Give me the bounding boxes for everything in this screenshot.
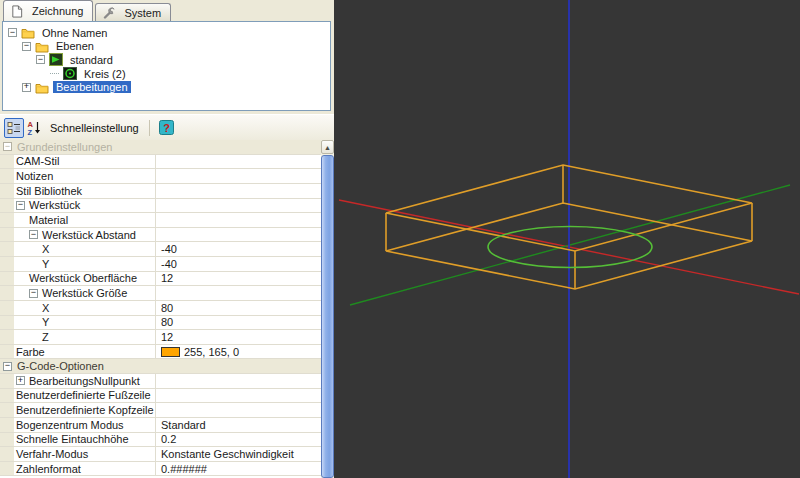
property-row-kopfzeile[interactable]: Benutzerdefinierte Kopfzeile	[0, 403, 321, 418]
collapse-icon[interactable]	[16, 201, 25, 210]
property-row-werkstueck[interactable]: Werkstück	[0, 199, 321, 214]
expand-icon[interactable]	[16, 376, 25, 385]
property-name-cell[interactable]: X	[0, 242, 156, 257]
tab-system[interactable]: System	[95, 3, 171, 21]
collapse-icon[interactable]	[8, 28, 17, 37]
property-row-werkstueck-groesse[interactable]: Werkstück Größe	[0, 286, 321, 301]
property-row-abstand-y[interactable]: Y -40	[0, 257, 321, 272]
scroll-up-icon[interactable]: ▲	[321, 140, 334, 154]
property-row-abstand-x[interactable]: X -40	[0, 242, 321, 257]
property-row-farbe[interactable]: Farbe 255, 165, 0	[0, 345, 321, 360]
quick-settings-label[interactable]: Schnelleinstellung	[50, 122, 139, 134]
property-value-cell[interactable]: 255, 165, 0	[156, 345, 321, 360]
property-name-cell[interactable]: BearbeitungsNullpunkt	[0, 374, 156, 389]
property-row-bearbeitungsnullpunkt[interactable]: BearbeitungsNullpunkt	[0, 374, 321, 389]
property-name-cell[interactable]: Notizen	[0, 169, 156, 184]
property-value-cell[interactable]: -40	[156, 257, 321, 272]
category-row-grundeinstellungen[interactable]: Grundeinstellungen	[0, 140, 321, 155]
property-name-cell[interactable]: Werkstück Oberfläche	[0, 272, 156, 287]
property-value-cell[interactable]	[156, 169, 321, 184]
property-name-cell[interactable]: Stil Bibliothek	[0, 184, 156, 199]
property-name-cell[interactable]: Bogenzentrum Modus	[0, 418, 156, 433]
property-name-cell[interactable]: Werkstück Größe	[0, 286, 156, 301]
property-name-cell[interactable]: Schnelle Eintauchhöhe	[0, 433, 156, 448]
property-row-groesse-z[interactable]: Z 12	[0, 330, 321, 345]
tree-item-label: standard	[67, 54, 116, 66]
collapse-icon[interactable]	[36, 55, 45, 64]
circle-icon	[63, 67, 77, 80]
property-value-cell[interactable]: 0.######	[156, 462, 321, 477]
scrollbar-thumb[interactable]	[321, 155, 334, 478]
property-value-cell[interactable]	[156, 286, 321, 301]
property-value-cell[interactable]	[156, 374, 321, 389]
property-row-stil-bibliothek[interactable]: Stil Bibliothek	[0, 184, 321, 199]
property-name-cell[interactable]: CAM-Stil	[0, 155, 156, 170]
property-row-cam-stil[interactable]: CAM-Stil	[0, 155, 321, 170]
property-row-groesse-y[interactable]: Y 80	[0, 316, 321, 331]
property-name-cell[interactable]: Verfahr-Modus	[0, 447, 156, 462]
categorized-view-icon	[7, 121, 21, 135]
tree-item-kreis[interactable]: Kreis (2)	[3, 67, 330, 81]
color-swatch	[161, 347, 180, 357]
categorized-view-button[interactable]	[4, 118, 24, 138]
collapse-icon[interactable]	[22, 42, 31, 51]
tab-zeichnung[interactable]: Zeichnung	[3, 0, 93, 21]
property-name-cell[interactable]: Farbe	[0, 345, 156, 360]
tree-item-ohne-namen[interactable]: Ohne Namen	[3, 26, 330, 40]
property-row-verfahr-modus[interactable]: Verfahr-Modus Konstante Geschwindigkeit	[0, 447, 321, 462]
property-name-cell[interactable]: X	[0, 301, 156, 316]
property-row-groesse-x[interactable]: X 80	[0, 301, 321, 316]
folder-icon	[35, 40, 49, 53]
property-value-cell[interactable]	[156, 155, 321, 170]
property-value-cell[interactable]: 12	[156, 272, 321, 287]
property-name-cell[interactable]: Benutzerdefinierte Fußzeile	[0, 389, 156, 404]
property-name-cell[interactable]: Benutzerdefinierte Kopfzeile	[0, 403, 156, 418]
category-row-gcode-optionen[interactable]: G-Code-Optionen	[0, 359, 321, 374]
property-row-werkstueck-abstand[interactable]: Werkstück Abstand	[0, 228, 321, 243]
property-row-material[interactable]: Material	[0, 213, 321, 228]
property-name-cell[interactable]: Y	[0, 316, 156, 331]
property-name-cell[interactable]: Werkstück	[0, 199, 156, 214]
drawing-tree[interactable]: Ohne Namen Ebenen standard	[2, 21, 331, 111]
property-row-fusszeile[interactable]: Benutzerdefinierte Fußzeile	[0, 389, 321, 404]
document-icon	[10, 5, 24, 18]
property-row-zahlenformat[interactable]: Zahlenformat 0.######	[0, 462, 321, 477]
viewport-3d[interactable]	[334, 0, 800, 478]
property-name-cell[interactable]: Werkstück Abstand	[0, 228, 156, 243]
property-name-cell[interactable]: Zahlenformat	[0, 462, 156, 477]
propgrid-scrollbar[interactable]: ▲	[321, 140, 334, 478]
property-value-cell[interactable]: -40	[156, 242, 321, 257]
collapse-icon[interactable]	[29, 230, 38, 239]
collapse-icon[interactable]	[3, 362, 12, 371]
help-button[interactable]: ?	[157, 118, 177, 138]
property-row-oberflaeche[interactable]: Werkstück Oberfläche 12	[0, 272, 321, 287]
property-value-cell[interactable]	[156, 184, 321, 199]
application-window: Zeichnung System Ohne Namen	[0, 0, 800, 478]
sort-alphabetical-button[interactable]: A Z	[24, 118, 44, 138]
property-value-cell[interactable]: 12	[156, 330, 321, 345]
property-value-cell[interactable]: 80	[156, 301, 321, 316]
tree-item-ebenen[interactable]: Ebenen	[3, 40, 330, 54]
property-value-cell[interactable]	[156, 199, 321, 214]
category-label: G-Code-Optionen	[17, 360, 104, 372]
property-value-cell[interactable]	[156, 403, 321, 418]
expand-icon[interactable]	[22, 83, 31, 92]
property-value-cell[interactable]: Konstante Geschwindigkeit	[156, 447, 321, 462]
tree-item-standard[interactable]: standard	[3, 53, 330, 67]
property-value-cell[interactable]	[156, 389, 321, 404]
property-name-cell[interactable]: Material	[0, 213, 156, 228]
sort-az-icon: A Z	[27, 120, 42, 135]
property-row-notizen[interactable]: Notizen	[0, 169, 321, 184]
collapse-icon[interactable]	[29, 289, 38, 298]
property-value-cell[interactable]	[156, 213, 321, 228]
tree-item-bearbeitungen[interactable]: Bearbeitungen	[3, 80, 330, 94]
property-row-eintauchhoehe[interactable]: Schnelle Eintauchhöhe 0.2	[0, 433, 321, 448]
property-value-cell[interactable]	[156, 228, 321, 243]
property-value-cell[interactable]: Standard	[156, 418, 321, 433]
property-row-bogenzentrum-modus[interactable]: Bogenzentrum Modus Standard	[0, 418, 321, 433]
property-name-cell[interactable]: Y	[0, 257, 156, 272]
property-value-cell[interactable]: 0.2	[156, 433, 321, 448]
collapse-icon[interactable]	[3, 142, 12, 151]
property-name-cell[interactable]: Z	[0, 330, 156, 345]
property-value-cell[interactable]: 80	[156, 316, 321, 331]
